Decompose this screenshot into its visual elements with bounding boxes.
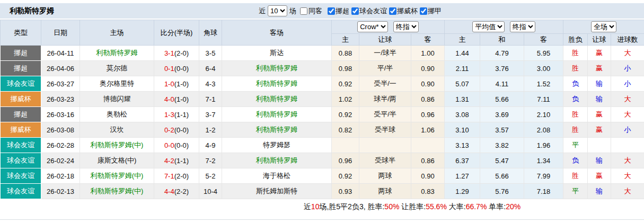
goals-result: 大 <box>611 46 644 61</box>
col-header-away: 客场 <box>222 20 332 46</box>
col-header-outcome: 胜负 <box>563 34 588 46</box>
away-team: 海于格松 <box>222 168 332 184</box>
match-type-badge: 挪威杯 <box>1 122 41 138</box>
match-row: 球会友谊26-03-27奥尔格里特1-0(1-0)4-3利勒斯特罗姆0.92受半… <box>1 76 644 92</box>
col-header-asian-away: 客 <box>411 34 445 46</box>
col-header-euro-away: 客 <box>524 34 563 46</box>
col-header-euro-home: 主 <box>445 34 480 46</box>
away-team: 利勒斯特罗姆 <box>222 107 332 122</box>
asian-handicap-line <box>359 138 411 153</box>
euro-draw-odds: 3.69 <box>480 107 524 122</box>
match-score: 0-1(0-0) <box>154 61 199 76</box>
league-filter-checkbox-1[interactable] <box>351 7 359 15</box>
euro-home-odds: 6.37 <box>445 153 480 168</box>
euro-home-odds: 2.11 <box>445 61 480 76</box>
match-type-badge: 球会友谊 <box>1 153 41 168</box>
outcome-result: 平 <box>563 138 588 153</box>
stats-summary: 近10场,胜5平2负3, 胜率:50% 让胜率:55.6% 大率:66.7% 单… <box>0 199 644 215</box>
matches-label: 场 <box>289 6 296 16</box>
euro-odds-group-header: 平均值 终指 <box>445 20 563 34</box>
goals-result: 小 <box>611 122 644 138</box>
corner-count: 7-1 <box>199 92 222 107</box>
match-type-badge: 挪威杯 <box>1 92 41 107</box>
home-team: 利勒斯特罗姆 <box>80 46 154 61</box>
match-type-badge: 球会友谊 <box>1 184 41 199</box>
euro-away-odds: 3.00 <box>524 61 563 76</box>
corner-count: 4-9 <box>199 138 222 153</box>
asian-odds-time-select[interactable]: 终指 <box>393 21 419 32</box>
asian-away-odds: 1.00 <box>411 46 445 61</box>
asian-handicap-line: 受球半 <box>359 153 411 168</box>
handicap-result: 赢 <box>588 61 611 76</box>
stats-segment: 场,胜5平2负3, 胜率: <box>319 202 384 211</box>
handicap-result: 赢 <box>588 168 611 184</box>
match-date: 26-02-13 <box>41 184 80 199</box>
corner-count: 10-4 <box>199 184 222 199</box>
league-filter-checkbox-3[interactable] <box>420 7 427 15</box>
euro-home-odds: 1.31 <box>445 92 480 107</box>
handicap-result: 赢 <box>588 122 611 138</box>
asian-handicap-line: 受平/半 <box>359 107 411 122</box>
handicap-result: 输 <box>588 153 611 168</box>
handicap-result: 赢 <box>588 107 611 122</box>
asian-away-odds: 0.83 <box>411 184 445 199</box>
match-row: 挪威杯26-03-08汉坎0-2(0-0)1-2利勒斯特罗姆0.82受半球1.0… <box>1 122 644 138</box>
average-select[interactable]: 平均值 <box>472 21 505 32</box>
match-date: 26-02-28 <box>41 138 80 153</box>
match-row: 挪超26-04-11利勒斯特罗姆3-1(2-0)3-5斯达0.88一/球半1.0… <box>1 46 644 61</box>
euro-draw-odds: 3.57 <box>480 122 524 138</box>
match-date: 26-03-08 <box>41 122 80 138</box>
asian-home-odds: 0.82 <box>332 122 359 138</box>
col-header-goals: 进球数 <box>611 34 644 46</box>
home-team: 奥勒松 <box>80 107 154 122</box>
corner-count: 3-7 <box>199 107 222 122</box>
asian-away-odds: 0.90 <box>411 168 445 184</box>
league-filter-checkbox-2[interactable] <box>389 7 396 15</box>
euro-draw-odds: 5.66 <box>480 92 524 107</box>
match-score: 4-4(2-2) <box>154 184 199 199</box>
goals-result: 大 <box>611 153 644 168</box>
same-away-checkbox[interactable] <box>300 7 307 15</box>
league-filter-label: 挪威杯 <box>397 6 418 16</box>
match-type-badge: 挪超 <box>1 61 41 76</box>
asian-home-odds: 0.88 <box>332 46 359 61</box>
stats-segment: 10 <box>311 202 320 211</box>
stats-segment: 大率: <box>447 202 466 211</box>
match-score: 3-1(2-0) <box>154 46 199 61</box>
away-team: 斯托姆加斯特 <box>222 184 332 199</box>
euro-away-odds: 2.08 <box>524 122 563 138</box>
euro-draw-odds: 4.79 <box>480 46 524 61</box>
euro-draw-odds: 3.76 <box>480 61 524 76</box>
match-row: 球会友谊26-02-24康斯文格(中)4-2(1-1)7-2利勒斯特罗姆0.96… <box>1 153 644 168</box>
match-date: 26-03-27 <box>41 76 80 92</box>
col-header-type: 类型 <box>1 20 41 46</box>
match-date: 26-04-11 <box>41 46 80 61</box>
euro-odds-time-select[interactable]: 终指 <box>510 21 535 32</box>
league-filters: 挪超球会友谊挪威杯挪甲 <box>325 6 442 16</box>
league-filter-1: 球会友谊 <box>349 6 387 16</box>
match-score: 7-1(2-0) <box>154 168 199 184</box>
asian-handicap-line: 球半/两 <box>359 92 411 107</box>
home-team: 汉坎 <box>80 122 154 138</box>
goals-result <box>611 138 644 153</box>
scope-select[interactable]: 全场 <box>591 21 616 32</box>
away-team: 斯达 <box>222 46 332 61</box>
league-filter-label: 挪甲 <box>428 6 442 16</box>
league-filter-2: 挪威杯 <box>387 6 418 16</box>
match-date: 26-03-16 <box>41 107 80 122</box>
euro-away-odds: 1.52 <box>524 76 563 92</box>
asian-handicap-line: 一/球半 <box>359 46 411 61</box>
match-score: 1-3(1-1) <box>154 107 199 122</box>
euro-away-odds: 1.96 <box>524 138 563 153</box>
euro-away-odds: 7.99 <box>524 168 563 184</box>
stats-segment: 单率: <box>487 202 506 211</box>
league-filter-checkbox-0[interactable] <box>328 7 335 15</box>
match-score: 4-2(1-1) <box>154 153 199 168</box>
match-row: 球会友谊26-02-18利勒斯特罗姆(中)7-1(2-0)5-2海于格松0.92… <box>1 168 644 184</box>
outcome-result: 负 <box>563 76 588 92</box>
recent-count-select[interactable]: 10 <box>268 5 287 16</box>
bookmaker-select[interactable]: Crow* <box>357 21 388 32</box>
match-date: 26-02-24 <box>41 153 80 168</box>
handicap-result: 输 <box>588 184 611 199</box>
outcome-result: 胜 <box>563 46 588 61</box>
